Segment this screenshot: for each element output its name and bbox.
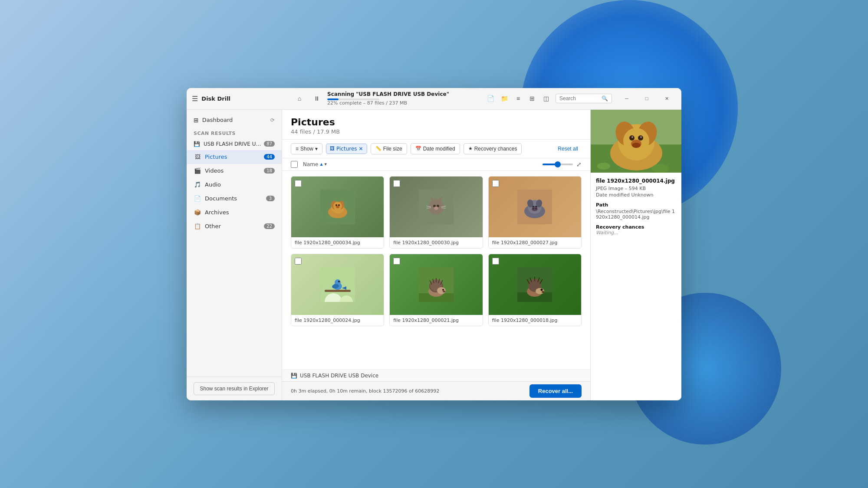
- content-header: Pictures 44 files / 17.9 MB: [282, 110, 590, 140]
- status-text: 0h 3m elapsed, 0h 10m remain, block 1357…: [291, 388, 439, 394]
- pictures-tag-close[interactable]: ✕: [359, 146, 363, 152]
- photo-img-wrap: [489, 254, 581, 315]
- sidebar-item-audio[interactable]: 🎵 Audio: [187, 178, 282, 192]
- videos-badge: 18: [264, 168, 275, 174]
- svg-point-27: [532, 207, 538, 211]
- file-size-icon: 📏: [375, 146, 381, 151]
- minimize-button[interactable]: ─: [617, 92, 636, 105]
- sidebar-archives-label: Archives: [205, 209, 275, 216]
- scan-results-label: Scan results: [187, 127, 282, 138]
- photo-item[interactable]: file 1920x1280_000034.jpg: [291, 176, 384, 249]
- sort-arrows: ▲: [320, 163, 322, 166]
- photo-checkbox-wrap: [295, 180, 302, 189]
- svg-point-79: [651, 164, 669, 173]
- photo-label: file 1920x1280_000018.jpg: [489, 315, 581, 326]
- photo-placeholder: [390, 177, 482, 237]
- photo-item[interactable]: file 1920x1280_000018.jpg: [488, 254, 582, 326]
- photo-checkbox[interactable]: [393, 180, 400, 187]
- close-button[interactable]: ✕: [657, 92, 676, 105]
- detail-path-label: Path: [596, 202, 676, 208]
- folder-icon-button[interactable]: 📁: [498, 92, 510, 105]
- filter-icon: ≡: [296, 146, 299, 152]
- date-modified-filter-button[interactable]: 📅 Date modified: [411, 143, 460, 154]
- scanning-subtitle: 22% complete – 87 files / 237 MB: [327, 100, 481, 106]
- maximize-button[interactable]: □: [637, 92, 656, 105]
- sidebar-item-documents[interactable]: 📄 Documents 3: [187, 192, 282, 206]
- sidebar: ⊞ Dashboard ⟳ Scan results 💾 USB FLASH D…: [187, 110, 282, 400]
- svg-rect-33: [325, 290, 351, 292]
- detail-filename: file 1920x1280_000014.jpg: [596, 178, 676, 184]
- recovery-chances-filter-button[interactable]: ★ Recovery chances: [464, 143, 522, 154]
- photo-grid: file 1920x1280_000034.jpg: [291, 176, 582, 326]
- search-input[interactable]: [559, 95, 600, 102]
- list-view-button[interactable]: ≡: [512, 92, 524, 105]
- photo-item[interactable]: file 1920x1280_000027.jpg: [488, 176, 582, 249]
- sidebar-item-pictures[interactable]: 🖼 Pictures 44: [187, 150, 282, 164]
- photo-item[interactable]: file 1920x1280_000021.jpg: [389, 254, 483, 326]
- scanning-title: Scanning "USB FLASH DRIVE USB Device": [327, 91, 481, 97]
- photo-placeholder: [489, 177, 581, 237]
- home-button[interactable]: ⌂: [293, 92, 306, 105]
- detail-info: file 1920x1280_000014.jpg JPEG Image – 5…: [591, 173, 681, 241]
- star-icon: ★: [468, 146, 473, 151]
- photo-checkbox[interactable]: [492, 180, 499, 187]
- detail-preview: [591, 110, 681, 173]
- scanning-info: Scanning "USB FLASH DRIVE USB Device" 22…: [327, 91, 481, 106]
- search-icon: 🔍: [602, 95, 608, 102]
- dashboard-spinner-icon: ⟳: [270, 117, 275, 123]
- file-size-filter-button[interactable]: 📏 File size: [371, 143, 407, 154]
- reset-all-button[interactable]: Reset all: [554, 144, 582, 154]
- svg-point-75: [640, 136, 642, 138]
- photo-label: file 1920x1280_000024.jpg: [291, 315, 384, 326]
- photo-item[interactable]: file 1920x1280_000024.jpg: [291, 254, 384, 326]
- photo-placeholder: [291, 254, 384, 315]
- photo-checkbox[interactable]: [295, 180, 302, 187]
- documents-badge: 3: [266, 196, 275, 201]
- photo-img-wrap: [291, 177, 384, 237]
- sidebar-item-usb[interactable]: 💾 USB FLASH DRIVE USB D... 87: [187, 138, 282, 150]
- select-all-checkbox[interactable]: [291, 161, 298, 168]
- file-icon-button[interactable]: 📄: [484, 92, 496, 105]
- photo-item[interactable]: file 1920x1280_000030.jpg: [389, 176, 483, 249]
- grid-view-button[interactable]: ⊞: [526, 92, 538, 105]
- svg-point-8: [336, 206, 339, 208]
- usb-drive-label: USB FLASH DRIVE USB Device: [300, 373, 378, 379]
- svg-point-73: [638, 135, 643, 141]
- photo-checkbox[interactable]: [393, 258, 400, 265]
- name-sort[interactable]: Name ▲ ▾: [303, 161, 327, 167]
- usb-label: USB FLASH DRIVE USB D...: [204, 141, 264, 147]
- filter-bar: ≡ Show ▾ 🖼 Pictures ✕ 📏 File size 📅 Date…: [282, 140, 590, 158]
- split-view-button[interactable]: ◫: [540, 92, 552, 105]
- photo-checkbox-wrap: [295, 258, 302, 266]
- photo-checkbox[interactable]: [295, 258, 302, 265]
- thumb-size-slider[interactable]: [542, 164, 573, 165]
- recover-all-button[interactable]: Recover all...: [529, 384, 582, 398]
- dashboard-grid-icon: ⊞: [194, 117, 199, 124]
- sidebar-item-videos[interactable]: 🎬 Videos 18: [187, 164, 282, 178]
- photo-img-wrap: [390, 177, 482, 237]
- photo-grid-scroll: file 1920x1280_000034.jpg: [282, 171, 590, 370]
- detail-panel: file 1920x1280_000014.jpg JPEG Image – 5…: [590, 110, 681, 400]
- sidebar-dashboard[interactable]: ⊞ Dashboard ⟳: [187, 113, 282, 127]
- hamburger-menu-icon[interactable]: ☰: [192, 95, 198, 103]
- name-col-label: Name: [303, 161, 318, 167]
- titlebar-center: ⌂ ⏸ Scanning "USB FLASH DRIVE USB Device…: [287, 91, 617, 106]
- photo-checkbox-wrap: [492, 258, 499, 266]
- photo-img-wrap: [489, 177, 581, 237]
- svg-point-45: [437, 287, 446, 294]
- show-label: Show: [300, 146, 313, 152]
- documents-icon: 📄: [194, 195, 201, 203]
- photo-placeholder: [291, 177, 384, 237]
- show-explorer-button[interactable]: Show scan results in Explorer: [194, 382, 275, 395]
- photo-placeholder: [390, 254, 482, 315]
- detail-type-label: JPEG Image –: [596, 186, 629, 191]
- pause-button[interactable]: ⏸: [310, 92, 324, 105]
- svg-point-77: [632, 143, 641, 148]
- photo-checkbox[interactable]: [492, 258, 499, 265]
- content-title: Pictures: [291, 117, 582, 128]
- usb-small-icon: 💾: [291, 373, 297, 379]
- sidebar-item-other[interactable]: 📋 Other 22: [187, 219, 282, 233]
- show-filter-button[interactable]: ≡ Show ▾: [291, 143, 322, 154]
- sidebar-item-archives[interactable]: 📦 Archives: [187, 206, 282, 219]
- expand-icon[interactable]: ⤢: [576, 161, 582, 168]
